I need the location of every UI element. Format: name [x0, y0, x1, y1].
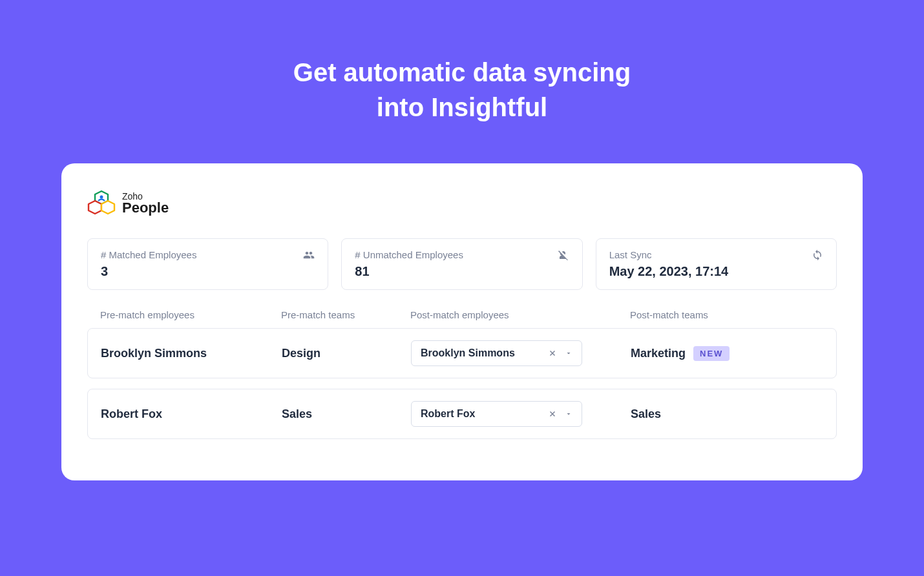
page-title-line2: into Insightful [0, 90, 924, 125]
unmatched-label: # Unmatched Employees [355, 249, 569, 260]
chevron-down-icon[interactable] [565, 410, 572, 418]
new-badge: NEW [693, 346, 730, 361]
chevron-down-icon[interactable] [565, 349, 572, 357]
unmatched-employees-card: # Unmatched Employees 81 [341, 238, 582, 290]
post-team-name: Marketing [631, 347, 686, 360]
last-sync-value: May 22, 2023, 17:14 [609, 264, 823, 279]
th-post-team: Post-match teams [630, 309, 824, 320]
matched-value: 3 [101, 264, 315, 279]
last-sync-label: Last Sync [609, 249, 823, 260]
zoho-people-logo-icon [87, 189, 116, 218]
table-header: Pre-match employees Pre-match teams Post… [87, 309, 837, 328]
pre-emp-name: Brooklyn Simmons [101, 347, 282, 360]
post-team-name: Sales [631, 407, 661, 421]
svg-marker-2 [101, 201, 114, 214]
post-emp-value: Robert Fox [421, 408, 475, 420]
th-pre-emp: Pre-match employees [100, 309, 281, 320]
th-pre-team: Pre-match teams [281, 309, 410, 320]
matched-employees-card: # Matched Employees 3 [87, 238, 328, 290]
pre-team-name: Sales [282, 407, 411, 421]
person-off-icon [558, 249, 569, 261]
last-sync-card: Last Sync May 22, 2023, 17:14 [596, 238, 837, 290]
brand-bottom: People [122, 201, 169, 215]
page-title-line1: Get automatic data syncing [0, 55, 924, 90]
post-emp-select[interactable]: Robert Fox [411, 401, 582, 427]
table-row: Robert Fox Sales Robert Fox Sales [87, 389, 837, 439]
matched-label: # Matched Employees [101, 249, 315, 260]
svg-marker-1 [89, 201, 101, 214]
post-emp-value: Brooklyn Simmons [421, 347, 515, 359]
sync-icon[interactable] [812, 249, 823, 261]
post-emp-select[interactable]: Brooklyn Simmons [411, 340, 582, 366]
svg-point-3 [100, 196, 103, 199]
brand: Zoho People [87, 189, 837, 218]
people-icon [303, 249, 315, 261]
clear-icon[interactable] [548, 409, 557, 418]
th-post-emp: Post-match employees [410, 309, 630, 320]
unmatched-value: 81 [355, 264, 569, 279]
sync-card: Zoho People # Matched Employees 3 # Unma… [61, 163, 863, 480]
pre-emp-name: Robert Fox [101, 407, 282, 421]
stats-row: # Matched Employees 3 # Unmatched Employ… [87, 238, 837, 290]
table-row: Brooklyn Simmons Design Brooklyn Simmons… [87, 328, 837, 378]
page-title: Get automatic data syncing into Insightf… [0, 0, 924, 125]
pre-team-name: Design [282, 347, 411, 360]
clear-icon[interactable] [548, 349, 557, 358]
